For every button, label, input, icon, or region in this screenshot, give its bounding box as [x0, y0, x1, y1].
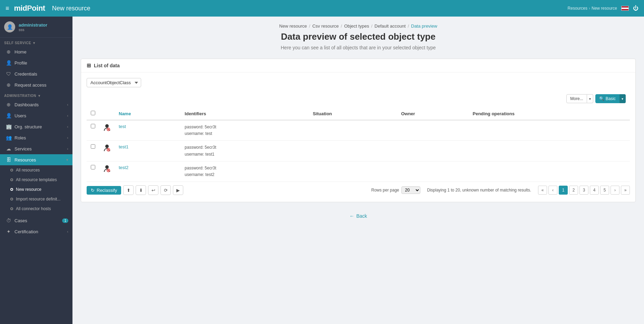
row-icon-cell	[99, 120, 115, 141]
select-all-checkbox[interactable]	[91, 111, 95, 115]
globe-icon: ⊕	[6, 49, 12, 55]
page-2-button[interactable]: 2	[569, 186, 578, 195]
back-button[interactable]: ← Back	[349, 213, 367, 219]
import-button[interactable]: ⬆	[123, 185, 134, 195]
reload-button[interactable]: ⟳	[160, 185, 171, 195]
row-name-cell[interactable]: test2	[115, 161, 180, 181]
search-icon: 🔍	[599, 96, 604, 101]
play-button[interactable]: ▶	[173, 185, 183, 195]
sidebar-item-users[interactable]: 👤 Users ‹	[0, 110, 72, 121]
row-situation-cell	[309, 120, 397, 141]
sidebar-item-request-access[interactable]: ⊕ Request access	[0, 79, 72, 90]
row-checkbox[interactable]	[91, 165, 95, 169]
sidebar-item-certification[interactable]: ✦ Certification ‹	[0, 226, 72, 237]
row-name-cell[interactable]: test1	[115, 141, 180, 161]
rows-per-page-label: Rows per page	[371, 188, 399, 193]
top-header: ≡ midPoint New resource Resources › New …	[0, 0, 644, 17]
svg-point-4	[105, 145, 109, 148]
self-service-header[interactable]: SELF SERVICE ▾	[0, 38, 72, 46]
breadcrumb-area: New resource / Csv resource / Object typ…	[81, 23, 636, 29]
org-icon: 🏢	[6, 124, 12, 129]
sidebar-item-credentials[interactable]: 🛡 Credentials	[0, 68, 72, 79]
page-3-button[interactable]: 3	[579, 186, 588, 195]
page-1-button[interactable]: 1	[559, 186, 568, 195]
sidebar-item-resources[interactable]: 🗄 Resources ▾	[0, 154, 72, 165]
name-col-header[interactable]: Name	[115, 107, 180, 120]
page-4-button[interactable]: 4	[590, 186, 599, 195]
card-body: AccountObjectClass More... ▾	[81, 72, 635, 202]
sidebar-item-profile[interactable]: 👤 Profile	[0, 57, 72, 68]
sidebar-item-label: Profile	[14, 60, 27, 66]
chevron-right-icon: ‹	[67, 114, 68, 118]
sidebar-item-dashboards[interactable]: ⊕ Dashboards ‹	[0, 99, 72, 110]
prev-page-button[interactable]: ‹	[548, 186, 557, 195]
breadcrumb-object-types[interactable]: Object types	[344, 23, 369, 29]
sidebar-item-cases[interactable]: ⏱ Cases 1	[0, 215, 72, 226]
sidebar-item-label: Services	[14, 146, 32, 151]
roles-icon: 👥	[6, 135, 12, 140]
sidebar-item-services[interactable]: ☁ Services ‹	[0, 143, 72, 154]
user-section: 👤 administrator sss	[0, 17, 72, 38]
card-title: List of data	[94, 63, 120, 68]
row-name-cell[interactable]: test	[115, 120, 180, 141]
power-icon[interactable]: ⏻	[633, 5, 638, 11]
sidebar-item-all-connector-hosts[interactable]: All connector hosts	[0, 204, 72, 214]
dashboard-icon: ⊕	[6, 102, 12, 107]
page-5-button[interactable]: 5	[600, 186, 609, 195]
sidebar-item-all-resources[interactable]: All resources	[0, 165, 72, 175]
avatar: 👤	[4, 21, 15, 32]
back-area: ← Back	[81, 208, 636, 224]
sidebar-item-org-structure[interactable]: 🏢 Org. structure ‹	[0, 121, 72, 132]
chevron-right-icon: ‹	[67, 102, 68, 107]
breadcrumb-csv-resource[interactable]: Csv resource	[312, 23, 339, 29]
toolbar-right: More... ▾ 🔍 Basic ▾	[566, 94, 626, 103]
sidebar-item-label: Cases	[14, 218, 27, 223]
breadcrumb-new-resource[interactable]: New resource	[279, 23, 307, 29]
user-role: sss	[19, 28, 47, 32]
svg-point-0	[105, 124, 109, 128]
next-page-button[interactable]: ›	[611, 186, 619, 195]
first-page-button[interactable]: «	[538, 186, 547, 195]
object-class-dropdown[interactable]: AccountObjectClass	[87, 78, 141, 87]
administration-header[interactable]: ADMINISTRATION ▾	[0, 90, 72, 99]
basic-search-button[interactable]: 🔍 Basic	[595, 94, 619, 103]
breadcrumb-default-account[interactable]: Default account	[374, 23, 406, 29]
sidebar-item-home[interactable]: ⊕ Home	[0, 46, 72, 57]
sidebar-item-label: Home	[14, 49, 27, 55]
circle-icon	[10, 178, 13, 181]
rows-per-page: Rows per page 20 50 100	[371, 186, 420, 194]
owner-col-header: Owner	[397, 107, 468, 120]
sidebar-item-label: Users	[14, 113, 26, 118]
row-checkbox-cell	[87, 120, 99, 141]
sidebar-item-roles[interactable]: 👥 Roles ‹	[0, 132, 72, 143]
hamburger-icon[interactable]: ≡	[6, 5, 9, 12]
row-pending-ops-cell	[469, 141, 630, 161]
page-title: Data preview of selected object type	[81, 31, 636, 42]
refresh-icon: ↻	[91, 188, 95, 193]
basic-dropdown-arrow[interactable]: ▾	[619, 94, 626, 103]
sidebar-item-all-resource-templates[interactable]: All resource templates	[0, 175, 72, 185]
reclassify-button[interactable]: ↻ Reclassify	[87, 186, 121, 195]
enable-button[interactable]: ↩	[148, 185, 158, 195]
row-identifiers-cell: password: 5ecr3t username: test1	[180, 141, 309, 161]
export-button[interactable]: ⬇	[136, 185, 146, 195]
flag-icon[interactable]	[621, 6, 629, 11]
last-page-button[interactable]: »	[621, 186, 630, 195]
card-header: ⊞ List of data	[81, 59, 635, 72]
row-checkbox[interactable]	[91, 124, 95, 128]
row-checkbox[interactable]	[91, 144, 95, 149]
breadcrumb-data-preview[interactable]: Data preview	[411, 23, 437, 29]
basic-button-group: 🔍 Basic ▾	[595, 94, 626, 103]
sidebar-item-import-resource[interactable]: Import resource definit...	[0, 194, 72, 204]
username[interactable]: administrator	[19, 22, 47, 28]
row-owner-cell	[397, 141, 468, 161]
more-dropdown-arrow[interactable]: ▾	[587, 94, 593, 103]
rows-per-page-select[interactable]: 20 50 100	[401, 186, 420, 194]
more-button[interactable]: More...	[566, 94, 587, 103]
shield-icon: 🛡	[6, 71, 12, 77]
sidebar-item-label: Org. structure	[14, 124, 42, 129]
row-checkbox-cell	[87, 141, 99, 161]
situation-col-header: Situation	[309, 107, 397, 120]
sidebar-item-new-resource[interactable]: New resource	[0, 185, 72, 194]
sidebar-item-label: Resources	[14, 157, 36, 163]
